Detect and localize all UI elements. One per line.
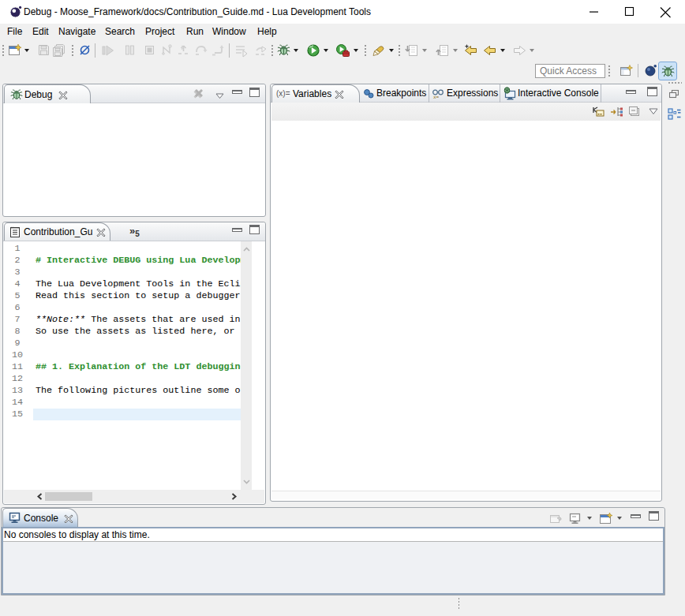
svg-text:x=: x= (433, 94, 440, 99)
